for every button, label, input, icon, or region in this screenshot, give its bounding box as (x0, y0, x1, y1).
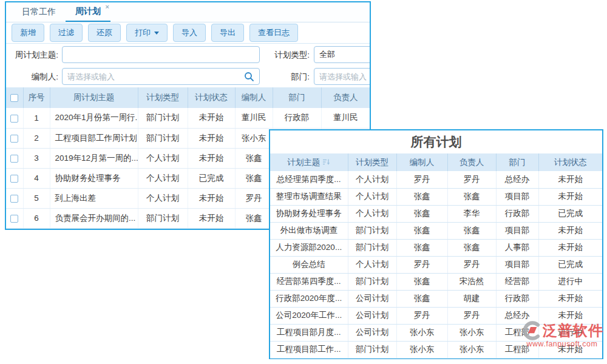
col-num[interactable]: 序号 (23, 87, 50, 108)
cell-status: 未开始 (188, 208, 235, 228)
cell-creator: 张鑫 (396, 205, 447, 222)
cell-type: 个人计划 (348, 171, 396, 188)
cell-owner: 罗丹 (447, 307, 496, 324)
cell-subject-link[interactable]: 到上海出差 (50, 188, 138, 208)
cell-subject: 工程项目部月度... (270, 324, 348, 341)
cell-owner-link[interactable]: 董川民 (321, 108, 370, 128)
print-button[interactable]: 打印 (126, 24, 168, 42)
checkbox-cell (6, 128, 23, 148)
cell-creator-link[interactable]: 张鑫 (235, 148, 273, 168)
all-plans-title: 所有计划 (270, 130, 602, 153)
table-row[interactable]: 协助财务处理事务 个人计划 张鑫 李华 行政部 已完成 (270, 205, 602, 222)
row-checkbox[interactable] (10, 115, 18, 123)
cell-creator: 罗丹 (396, 256, 447, 273)
col-owner[interactable]: 负责人 (447, 153, 496, 171)
cell-type: 部门计划 (348, 239, 396, 256)
row-checkbox[interactable] (10, 195, 18, 203)
col-dept[interactable]: 部门 (496, 153, 538, 171)
plan-type-select[interactable]: 全部 (314, 46, 371, 63)
restore-button[interactable]: 还原 (88, 24, 121, 42)
cell-type: 个人计划 (138, 188, 188, 208)
sort-icon[interactable] (322, 158, 330, 166)
col-dept[interactable]: 部门 (273, 87, 321, 108)
col-subject[interactable]: 计划主题 (270, 153, 348, 171)
cell-creator-link[interactable]: 董川民 (235, 108, 273, 128)
cell-creator-link[interactable]: 罗丹 (235, 188, 273, 208)
cell-subject-link[interactable]: 2019年12月第一周的... (50, 148, 138, 168)
cell-type: 公司计划 (348, 324, 396, 341)
search-icon[interactable] (244, 72, 254, 82)
cell-type: 部门计划 (138, 108, 188, 128)
cell-creator-link[interactable]: 张鑫 (235, 208, 273, 228)
cell-type: 公司计划 (348, 290, 396, 307)
cell-status: 未开始 (538, 307, 602, 324)
table-header-row: 计划主题 计划类型 编制人 负责人 部门 计划状态 (270, 153, 602, 171)
cell-creator: 张鑫 (396, 290, 447, 307)
export-button[interactable]: 导出 (211, 24, 244, 42)
cell-subject-link[interactable]: 协助财务处理事务 (50, 168, 138, 188)
cell-type: 个人计划 (348, 256, 396, 273)
export-button-label: 导出 (220, 27, 236, 38)
creator-filter-input[interactable] (62, 68, 260, 85)
table-row[interactable]: 外出做市场调查 部门计划 张鑫 张鑫 项目部 未开始 (270, 222, 602, 239)
cell-status: 未开始 (188, 148, 235, 168)
tab-daily-work[interactable]: 日常工作 (12, 2, 66, 22)
col-status[interactable]: 计划状态 (188, 87, 235, 108)
table-row[interactable]: 1 2020年1月份第一周行... 部门计划 未开始 董川民 行政部 董川民 (6, 108, 370, 128)
table-row[interactable]: 公司2020年工作... 公司计划 罗丹 罗丹 总经办 未开始 (270, 307, 602, 324)
col-type[interactable]: 计划类型 (138, 87, 188, 108)
cell-subject-link[interactable]: 工程项目部工作周计划 (50, 128, 138, 148)
table-row[interactable]: 总经理第四季度... 个人计划 罗丹 罗丹 总经办 未开始 (270, 171, 602, 188)
table-header-row: 序号 周计划主题 计划类型 计划状态 编制人 部门 负责人 (6, 87, 370, 108)
table-row[interactable]: 工程项目部工作... 部门计划 张小东 张小东 工程部 未开始 (270, 341, 602, 358)
cell-status: 未开始 (188, 128, 235, 148)
cell-creator-link[interactable]: 张小东 (235, 128, 273, 148)
import-button-label: 导入 (181, 27, 197, 38)
cell-creator-link[interactable]: 张鑫 (235, 168, 273, 188)
cell-subject: 行政部2020年度... (270, 290, 348, 307)
cell-dept: 行政部 (496, 205, 538, 222)
checkbox-cell (6, 148, 23, 168)
row-checkbox[interactable] (10, 135, 18, 143)
tab-weekly-plan[interactable]: 周计划 × (66, 2, 110, 22)
col-creator[interactable]: 编制人 (396, 153, 447, 171)
row-checkbox[interactable] (10, 175, 18, 183)
cell-subject-link[interactable]: 负责展会开办期间的... (50, 208, 138, 228)
cell-type: 个人计划 (138, 148, 188, 168)
col-subject[interactable]: 周计划主题 (50, 87, 138, 108)
subject-filter-input[interactable] (62, 46, 260, 63)
filter-area: 周计划主题: 计划类型: 全部 编制人: 部门: (6, 44, 370, 87)
col-creator[interactable]: 编制人 (235, 87, 273, 108)
caret-down-icon (154, 32, 159, 35)
table-row[interactable]: 人力资源部2020... 部门计划 张鑫 张鑫 人事部 未开始 (270, 239, 602, 256)
cell-type: 个人计划 (348, 188, 396, 205)
filter-button[interactable]: 过滤 (50, 24, 83, 42)
table-row[interactable]: 例会总结 个人计划 罗丹 罗丹 项目部 已完成 (270, 256, 602, 273)
table-row[interactable]: 经营部第四季度... 部门计划 张鑫 宋浩然 经营部 进行中 (270, 273, 602, 290)
cell-subject: 协助财务处理事务 (270, 205, 348, 222)
cell-num: 3 (23, 148, 50, 168)
cell-dept: 行政部 (273, 108, 321, 128)
new-button[interactable]: 新增 (12, 24, 44, 42)
cell-subject-link[interactable]: 2020年1月份第一周行... (50, 108, 138, 128)
dept-filter-input[interactable] (314, 68, 371, 85)
creator-filter-label: 编制人: (6, 72, 58, 83)
import-button[interactable]: 导入 (173, 24, 206, 42)
close-tab-icon[interactable]: × (106, 4, 109, 10)
table-row[interactable]: 整理市场调查结果 个人计划 张鑫 张鑫 项目部 未开始 (270, 188, 602, 205)
col-type[interactable]: 计划类型 (348, 153, 396, 171)
col-owner[interactable]: 负责人 (321, 87, 370, 108)
row-checkbox[interactable] (10, 215, 18, 223)
checkbox-cell (6, 168, 23, 188)
row-checkbox[interactable] (10, 155, 18, 163)
cell-num: 1 (23, 108, 50, 128)
cell-owner: 罗丹 (447, 171, 496, 188)
select-all-checkbox[interactable] (10, 94, 18, 102)
table-row[interactable]: 工程项目部月度... 公司计划 张小东 张小东 工程部 进行中 (270, 324, 602, 341)
view-log-button[interactable]: 查看日志 (249, 24, 298, 42)
col-status[interactable]: 计划状态 (538, 153, 602, 171)
cell-dept: 总经办 (496, 171, 538, 188)
cell-dept: 项目部 (496, 222, 538, 239)
table-row[interactable]: 行政部2020年度... 公司计划 张鑫 胡建 行政部 未开始 (270, 290, 602, 307)
cell-type: 部门计划 (348, 222, 396, 239)
